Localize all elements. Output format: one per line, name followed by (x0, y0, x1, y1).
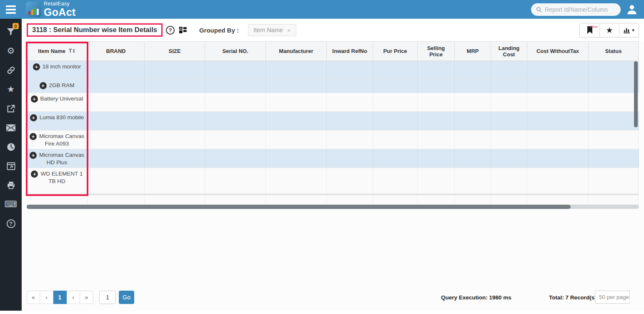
empty-cell (327, 112, 373, 130)
report-toolbar: 3118 : Serial Number wise Item Details ?… (22, 19, 644, 41)
empty-cell (455, 61, 491, 79)
search-input[interactable] (545, 6, 616, 13)
sort-alpha-icon[interactable]: T↕ (69, 48, 76, 54)
report-table: Item NameT↕BRANDSIZESerial NO.Manufactur… (27, 41, 639, 205)
column-header-serial-no-[interactable]: Serial NO. (205, 42, 266, 60)
expand-row-icon[interactable]: + (30, 133, 37, 140)
item-name-cell[interactable]: +Battery Universal (27, 93, 88, 111)
report-actions: New ★ ▾ (579, 23, 639, 38)
empty-cell (327, 93, 373, 111)
per-page-select[interactable]: 50 per page (595, 291, 630, 304)
table-row: +Lumia 830 mobile (27, 112, 639, 131)
item-name-cell[interactable]: +Lumia 830 mobile (27, 112, 88, 130)
group-tag-item-name[interactable]: Item Name × (248, 24, 296, 36)
sidebar-keyboard-icon[interactable]: ⌨ (0, 195, 22, 214)
column-header-size[interactable]: SIZE (145, 42, 205, 60)
horizontal-scrollbar[interactable] (27, 205, 639, 209)
empty-cell (491, 61, 527, 79)
empty-cell (418, 61, 455, 79)
empty-cell (145, 80, 205, 93)
column-header-landing-cost[interactable]: Landing Cost (491, 42, 527, 60)
expand-row-icon[interactable]: + (30, 114, 37, 121)
empty-cell (491, 112, 527, 130)
empty-cell (373, 195, 418, 204)
sidebar-filter-icon[interactable]: 0 (0, 22, 22, 41)
go-button[interactable]: Go (119, 291, 134, 304)
empty-cell (327, 80, 373, 93)
table-row: +Micromax Canvas HD Plus (27, 149, 639, 168)
expand-row-icon[interactable]: + (31, 171, 38, 178)
empty-cell (266, 93, 327, 111)
current-page-button[interactable]: 1 (53, 291, 67, 304)
empty-cell (145, 61, 205, 79)
empty-cell (373, 61, 418, 79)
expand-row-icon[interactable]: + (31, 95, 38, 103)
column-header-brand[interactable]: BRAND (88, 42, 145, 60)
column-header-status[interactable]: Status (589, 42, 639, 60)
item-name-cell[interactable]: +WD ELEMENT 1 TB HD (27, 168, 88, 193)
column-header-cost-withouttax[interactable]: Cost WithoutTax (527, 42, 589, 60)
empty-cell (266, 195, 327, 204)
empty-cell (205, 93, 266, 111)
item-name-text: Battery Universal (40, 95, 83, 102)
empty-cell (205, 149, 266, 168)
report-search[interactable] (531, 3, 621, 16)
empty-cell (373, 149, 418, 168)
expand-row-icon[interactable]: + (40, 82, 47, 89)
empty-cell (88, 195, 145, 204)
expand-row-icon[interactable]: + (30, 152, 37, 159)
item-name-text: Lumia 830 mobile (40, 114, 84, 121)
column-layout-icon[interactable] (179, 26, 187, 34)
item-name-text: 18 inch monitor (43, 63, 81, 70)
empty-cell (266, 131, 327, 149)
sidebar-favorites-icon[interactable]: ★ (0, 80, 22, 99)
search-icon (536, 6, 542, 13)
sidebar-export-window-icon[interactable] (0, 156, 22, 176)
item-name-cell[interactable]: +Micromax Canvas Fire A093 (27, 131, 88, 149)
sidebar-link-icon[interactable] (0, 60, 22, 80)
column-header-inward-refno[interactable]: Inward RefNo (327, 42, 373, 60)
empty-cell (455, 168, 491, 193)
pagination: « ‹ 1 › » (27, 291, 93, 304)
column-header-manufacturer[interactable]: Manufacturer (266, 42, 327, 60)
item-name-cell[interactable]: +2GB RAM (27, 80, 88, 93)
page-number-input[interactable] (99, 291, 116, 304)
user-profile-icon[interactable] (626, 3, 638, 16)
last-page-button[interactable]: » (80, 291, 93, 304)
table-body: +18 inch monitor+2GB RAM+Battery Univers… (27, 61, 639, 205)
chart-view-button[interactable]: ▾ (619, 23, 639, 37)
sidebar-schedule-icon[interactable] (0, 137, 22, 156)
first-page-button[interactable]: « (27, 291, 40, 304)
horizontal-scrollbar-thumb[interactable] (27, 205, 571, 209)
sidebar-help-icon[interactable]: ? (0, 214, 22, 233)
remove-group-icon[interactable]: × (287, 27, 291, 34)
table-row: +2GB RAM (27, 80, 639, 93)
sidebar-print-icon[interactable] (0, 176, 22, 195)
report-help-icon[interactable]: ? (166, 26, 175, 35)
column-header-pur-price[interactable]: Pur Price (373, 42, 418, 60)
expand-row-icon[interactable]: + (33, 63, 40, 70)
empty-cell (327, 149, 373, 168)
favorite-button[interactable]: ★ (599, 23, 619, 37)
bookmark-new-button[interactable]: New (580, 23, 599, 37)
column-header-item-name[interactable]: Item NameT↕ (27, 42, 88, 60)
brand-name-top: RetailEasy (44, 1, 76, 7)
next-page-button[interactable]: › (67, 291, 80, 304)
empty-cell (527, 93, 589, 111)
empty-cell (589, 112, 639, 130)
empty-cell (491, 149, 527, 168)
empty-cell (266, 112, 327, 130)
item-name-cell[interactable]: +18 inch monitor (27, 61, 88, 79)
vertical-scrollbar-thumb[interactable] (634, 61, 638, 127)
item-name-cell[interactable]: +Micromax Canvas HD Plus (27, 149, 88, 168)
menu-icon[interactable] (0, 0, 22, 19)
sidebar-share-icon[interactable] (0, 99, 22, 118)
empty-cell (266, 168, 327, 193)
sidebar-mail-icon[interactable] (0, 118, 22, 137)
column-header-mrp[interactable]: MRP (455, 42, 491, 60)
empty-cell (205, 61, 266, 79)
column-header-selling-price[interactable]: Selling Price (418, 42, 455, 60)
sidebar-settings-icon[interactable]: ⚙ (0, 41, 22, 60)
prev-page-button[interactable]: ‹ (40, 291, 53, 304)
empty-cell (491, 195, 527, 204)
